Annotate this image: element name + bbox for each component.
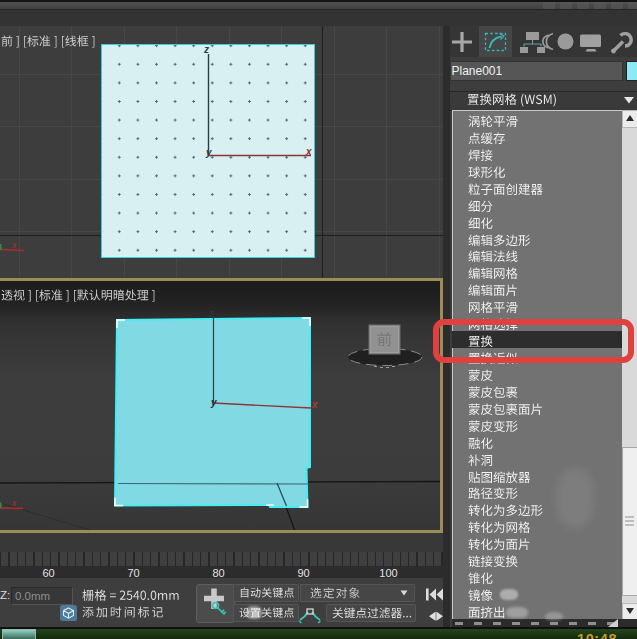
svg-text:x: x [11, 498, 17, 508]
svg-text:x: x [11, 240, 17, 250]
